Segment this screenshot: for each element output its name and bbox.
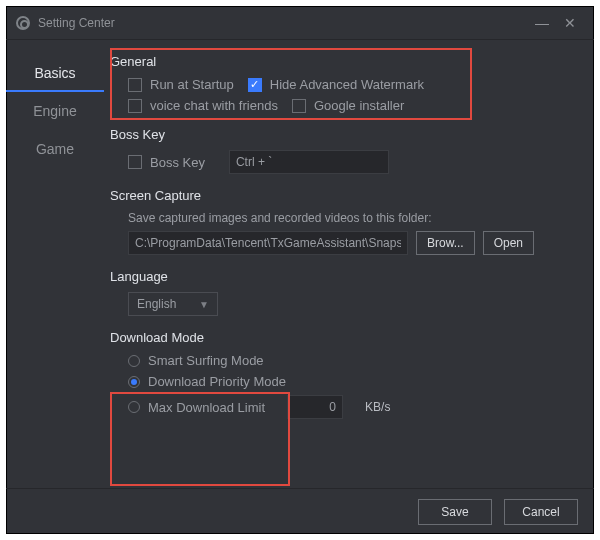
download-mode-title: Download Mode	[110, 330, 576, 345]
checkbox-label: Boss Key	[150, 155, 205, 170]
radio-icon	[128, 355, 140, 367]
language-selected-value: English	[137, 297, 176, 311]
titlebar: Setting Center ― ✕	[6, 6, 594, 40]
voice-chat-checkbox[interactable]: voice chat with friends	[128, 98, 278, 113]
download-limit-input[interactable]	[287, 395, 343, 419]
screen-capture-title: Screen Capture	[110, 188, 576, 203]
checkbox-label: Hide Advanced Watermark	[270, 77, 424, 92]
save-button[interactable]: Save	[418, 499, 492, 525]
screen-capture-section: Screen Capture Save captured images and …	[110, 188, 576, 255]
google-installer-checkbox[interactable]: Google installer	[292, 98, 404, 113]
checkbox-icon	[128, 78, 142, 92]
window-title: Setting Center	[38, 16, 115, 30]
close-button[interactable]: ✕	[556, 15, 584, 31]
checkbox-label: voice chat with friends	[150, 98, 278, 113]
checkbox-icon	[292, 99, 306, 113]
max-download-limit-radio[interactable]: Max Download Limit	[128, 400, 265, 415]
radio-label: Smart Surfing Mode	[148, 353, 264, 368]
settings-content: General Run at Startup ✓ Hide Advanced W…	[104, 40, 594, 488]
boss-key-section: Boss Key Boss Key	[110, 127, 576, 174]
cancel-button[interactable]: Cancel	[504, 499, 578, 525]
smart-surfing-radio[interactable]: Smart Surfing Mode	[128, 353, 264, 368]
chevron-down-icon: ▼	[199, 299, 209, 310]
sidebar: Basics Engine Game	[6, 40, 104, 488]
settings-window: Setting Center ― ✕ Basics Engine Game Ge…	[6, 6, 594, 534]
run-at-startup-checkbox[interactable]: Run at Startup	[128, 77, 234, 92]
radio-label: Max Download Limit	[148, 400, 265, 415]
general-title: General	[110, 54, 576, 69]
radio-icon	[128, 376, 140, 388]
language-title: Language	[110, 269, 576, 284]
general-section: General Run at Startup ✓ Hide Advanced W…	[110, 54, 576, 113]
hide-watermark-checkbox[interactable]: ✓ Hide Advanced Watermark	[248, 77, 424, 92]
download-limit-unit: KB/s	[365, 400, 390, 414]
sidebar-item-label: Basics	[34, 65, 75, 81]
radio-label: Download Priority Mode	[148, 374, 286, 389]
radio-icon	[128, 401, 140, 413]
boss-key-checkbox[interactable]: Boss Key	[128, 155, 205, 170]
checkbox-label: Run at Startup	[150, 77, 234, 92]
checkbox-label: Google installer	[314, 98, 404, 113]
boss-key-shortcut-input[interactable]	[229, 150, 389, 174]
sidebar-item-engine[interactable]: Engine	[6, 92, 104, 130]
checkbox-icon	[128, 155, 142, 169]
checkbox-icon	[128, 99, 142, 113]
browse-button[interactable]: Brow...	[416, 231, 475, 255]
sidebar-item-label: Engine	[33, 103, 77, 119]
boss-key-title: Boss Key	[110, 127, 576, 142]
sidebar-item-basics[interactable]: Basics	[6, 54, 104, 92]
sidebar-item-game[interactable]: Game	[6, 130, 104, 168]
checkbox-icon: ✓	[248, 78, 262, 92]
capture-path-input[interactable]	[128, 231, 408, 255]
open-button[interactable]: Open	[483, 231, 534, 255]
download-mode-section: Download Mode Smart Surfing Mode Downloa…	[110, 330, 576, 419]
sidebar-item-label: Game	[36, 141, 74, 157]
download-priority-radio[interactable]: Download Priority Mode	[128, 374, 286, 389]
app-logo-icon	[16, 16, 30, 30]
language-select[interactable]: English ▼	[128, 292, 218, 316]
screen-capture-hint: Save captured images and recorded videos…	[128, 211, 576, 225]
language-section: Language English ▼	[110, 269, 576, 316]
footer: Save Cancel	[6, 488, 594, 534]
minimize-button[interactable]: ―	[528, 15, 556, 31]
